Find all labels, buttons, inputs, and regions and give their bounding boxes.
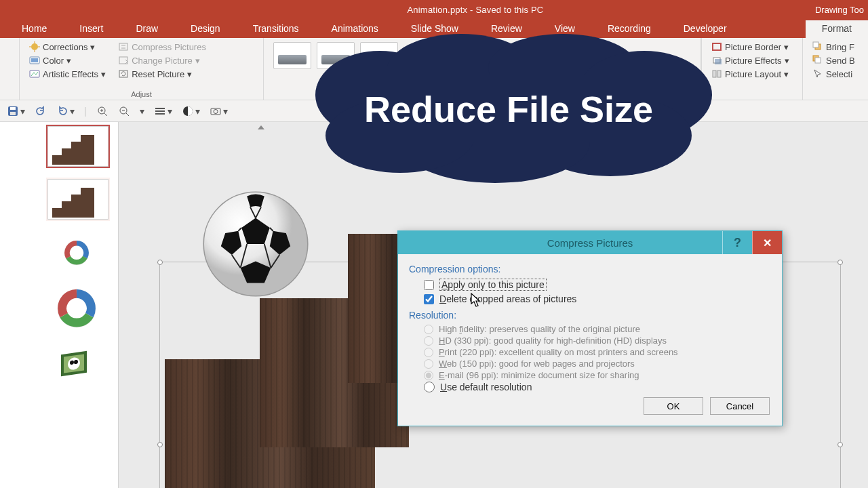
radio-email: E-mail (96 ppi): minimize document size … xyxy=(409,369,771,381)
cancel-button[interactable]: Cancel xyxy=(710,397,770,415)
svg-rect-43 xyxy=(81,188,94,218)
qat-zoom-out-icon[interactable] xyxy=(118,105,130,117)
picture-layout-button[interactable]: Picture Layout ▾ xyxy=(711,68,793,80)
svg-point-0 xyxy=(31,43,38,50)
svg-rect-17 xyxy=(813,42,818,47)
compress-pictures-button[interactable]: Compress Pictures xyxy=(118,41,206,53)
send-backward-icon xyxy=(812,55,823,66)
section-resolution: Resolution: xyxy=(409,310,771,321)
layout-icon xyxy=(711,68,722,79)
tab-format[interactable]: Format xyxy=(806,20,868,38)
style-thumb[interactable] xyxy=(317,42,355,69)
slide-thumbnail[interactable] xyxy=(47,285,108,333)
slide-thumbnail[interactable] xyxy=(47,346,108,386)
svg-point-35 xyxy=(214,109,218,113)
chevron-down-icon: ▾ xyxy=(101,69,106,79)
svg-rect-7 xyxy=(30,70,39,77)
border-icon xyxy=(711,41,722,52)
qat-camera-icon[interactable]: ▾ xyxy=(210,105,228,117)
checkbox-input[interactable] xyxy=(424,280,434,290)
picture-effects-button[interactable]: Picture Effects ▾ xyxy=(711,54,793,66)
chevron-down-icon: ▾ xyxy=(187,69,192,79)
picture-styles-gallery[interactable] xyxy=(273,42,691,69)
radio-hd: HD (330 ppi): good quality for high-defi… xyxy=(409,335,771,346)
section-compression-options: Compression options: xyxy=(409,264,771,274)
selection-icon xyxy=(812,68,823,79)
dialog-help-button[interactable]: ? xyxy=(722,231,752,254)
svg-rect-13 xyxy=(715,59,722,64)
qat-contrast-icon[interactable]: ▾ xyxy=(182,105,200,117)
tab-slideshow[interactable]: Slide Show xyxy=(395,20,475,38)
qat-zoom-in-icon[interactable] xyxy=(96,105,108,117)
chevron-down-icon: ▾ xyxy=(66,56,71,66)
resize-handle[interactable] xyxy=(837,442,843,447)
tab-insert[interactable]: Insert xyxy=(63,20,119,38)
resize-handle[interactable] xyxy=(837,260,843,265)
qat-undo-icon[interactable] xyxy=(35,105,47,117)
selection-pane-button[interactable]: Selecti xyxy=(812,68,859,80)
artistic-effects-button[interactable]: Artistic Effects ▾ xyxy=(29,68,106,80)
tab-design[interactable]: Design xyxy=(174,20,237,38)
color-icon xyxy=(29,55,40,66)
tab-review[interactable]: Review xyxy=(475,20,538,38)
change-picture-icon xyxy=(118,55,129,66)
radio-input xyxy=(424,359,433,369)
dialog-titlebar[interactable]: Compress Pictures ? ✕ xyxy=(398,231,782,254)
checkbox-delete-cropped[interactable]: Delete cropped areas of pictures xyxy=(409,292,771,306)
slide-thumbnail[interactable] xyxy=(47,126,108,167)
slide-thumbnail[interactable] xyxy=(47,179,108,220)
soccer-ball-image xyxy=(201,190,310,298)
tab-recording[interactable]: Recording xyxy=(591,20,667,38)
color-button[interactable]: Color ▾ xyxy=(29,54,71,66)
tab-animations[interactable]: Animations xyxy=(315,20,395,38)
reset-icon xyxy=(118,68,129,79)
qat-redo-icon[interactable]: ▾ xyxy=(56,105,75,117)
qat-save-icon[interactable]: ▾ xyxy=(7,105,25,117)
scroll-up-icon[interactable] xyxy=(256,122,267,133)
ribbon-tabstrip: Home Insert Draw Design Transitions Anim… xyxy=(0,19,868,38)
radio-input xyxy=(424,336,433,346)
reset-picture-button[interactable]: Reset Picture ▾ xyxy=(118,68,192,80)
group-label-adjust: Adjust xyxy=(29,90,254,98)
style-thumb[interactable] xyxy=(273,42,311,69)
style-thumb[interactable] xyxy=(360,42,398,69)
tab-home[interactable]: Home xyxy=(5,20,63,38)
checkbox-apply-only[interactable]: Apply only to this picture xyxy=(409,277,771,292)
radio-input xyxy=(424,371,433,380)
corrections-icon xyxy=(29,41,40,52)
change-picture-button[interactable]: Change Picture ▾ xyxy=(118,54,200,66)
tab-developer[interactable]: Developer xyxy=(667,20,743,38)
send-backward-button[interactable]: Send B xyxy=(812,54,859,66)
chevron-down-icon: ▾ xyxy=(90,42,95,52)
tab-transitions[interactable]: Transitions xyxy=(237,20,315,38)
radio-use-default[interactable]: Use default resolution xyxy=(409,381,771,393)
svg-rect-11 xyxy=(713,43,721,50)
svg-rect-6 xyxy=(31,58,38,62)
resize-handle[interactable] xyxy=(157,260,163,265)
resize-handle[interactable] xyxy=(157,442,163,447)
radio-input[interactable] xyxy=(424,382,435,392)
svg-rect-31 xyxy=(155,110,165,112)
ribbon-group-arrange: Bring F Send B Selecti xyxy=(803,38,868,100)
svg-rect-21 xyxy=(10,107,16,110)
dialog-close-button[interactable]: ✕ xyxy=(752,231,782,254)
tab-view[interactable]: View xyxy=(538,20,591,38)
compress-pictures-dialog: Compress Pictures ? ✕ Compression option… xyxy=(397,230,783,426)
contextual-tab-label: Drawing Too xyxy=(815,5,868,15)
ribbon: Corrections ▾ Color ▾ Artistic Effects ▾… xyxy=(0,38,868,100)
qat-menu-icon[interactable]: ▾ xyxy=(154,105,172,117)
chevron-down-icon: ▾ xyxy=(195,56,200,66)
svg-rect-15 xyxy=(717,70,721,77)
chevron-down-icon: ▾ xyxy=(784,69,789,79)
slide-thumbnail[interactable] xyxy=(47,232,108,272)
tab-draw[interactable]: Draw xyxy=(119,20,174,38)
compress-icon xyxy=(118,41,129,52)
bring-forward-button[interactable]: Bring F xyxy=(812,41,859,53)
qat-more-icon[interactable]: ▾ xyxy=(140,106,144,117)
corrections-button[interactable]: Corrections ▾ xyxy=(29,41,95,53)
ok-button[interactable]: OK xyxy=(644,397,703,415)
slide-thumbnail-panel[interactable] xyxy=(0,122,119,488)
svg-rect-32 xyxy=(155,113,165,115)
picture-border-button[interactable]: Picture Border ▾ xyxy=(711,41,793,53)
checkbox-input[interactable] xyxy=(424,294,434,304)
